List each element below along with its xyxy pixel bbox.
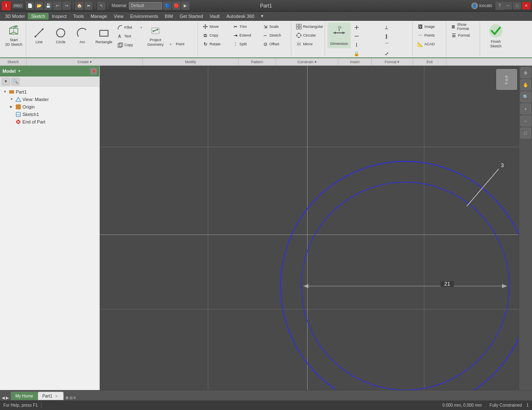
split-button[interactable]: ⋮ Split bbox=[230, 40, 259, 48]
view-cube[interactable]: TOP bbox=[496, 69, 517, 90]
view-master-label: View: Master bbox=[22, 97, 49, 102]
line-button[interactable]: Line bbox=[29, 22, 49, 48]
modify-copy-button[interactable]: ⧉ Copy bbox=[200, 31, 229, 40]
constrain7-button[interactable]: ⌒ bbox=[382, 41, 411, 49]
view-zoom-button[interactable]: 🔍 bbox=[520, 91, 531, 102]
svg-rect-14 bbox=[118, 44, 121, 47]
fillet-button[interactable]: Fillet ▾ bbox=[115, 23, 144, 32]
menu-vault[interactable]: Vault bbox=[206, 13, 223, 20]
format-button[interactable]: ☰ Format bbox=[449, 31, 478, 40]
start-2d-sketch-button[interactable]: 2D Start2D Sketch bbox=[3, 22, 24, 48]
constrain6-button[interactable]: ∥ bbox=[382, 32, 411, 40]
extend-button[interactable]: ⇥ Extend bbox=[230, 31, 259, 40]
tab-my-home[interactable]: My Home bbox=[11, 392, 38, 400]
tree-item-sketch1[interactable]: ▶ Sketch1 bbox=[2, 111, 98, 118]
rectangle-button[interactable]: Rectangle bbox=[94, 22, 114, 48]
tab-minus-button[interactable]: ⊖ bbox=[69, 395, 73, 400]
image-button[interactable]: 🖼 Image bbox=[415, 22, 444, 31]
constrain3-button[interactable] bbox=[352, 41, 381, 49]
constrain1-button[interactable] bbox=[352, 23, 381, 32]
tree-item-end-of-part[interactable]: ▶ End of Part bbox=[2, 118, 98, 126]
extend-label: Extend bbox=[239, 33, 251, 37]
menu-getstarted[interactable]: Get Started bbox=[176, 13, 206, 20]
tb-home[interactable]: 🏠 bbox=[75, 2, 84, 10]
move-button[interactable]: Move bbox=[200, 22, 229, 31]
constraint-status: Fully Constrained bbox=[490, 403, 522, 408]
tb-visual2[interactable]: 🔴 bbox=[172, 2, 180, 10]
view-zoomout-button[interactable]: − bbox=[520, 116, 531, 126]
expand-origin[interactable]: ▶ bbox=[10, 105, 14, 109]
finish-sketch-button[interactable]: FinishSketch bbox=[483, 22, 509, 48]
offset-button[interactable]: ⊙ Offset bbox=[260, 40, 289, 48]
menu-extras[interactable]: ▾ bbox=[258, 12, 267, 20]
tb-more[interactable]: ▶ bbox=[181, 2, 190, 10]
tb-open[interactable]: 📂 bbox=[35, 2, 43, 10]
menu-view[interactable]: View bbox=[111, 13, 127, 20]
menu-manage[interactable]: Manage bbox=[87, 13, 111, 20]
point-button[interactable]: + Point bbox=[167, 40, 196, 48]
view-fit-button[interactable]: □ bbox=[520, 128, 531, 138]
constrain5-button[interactable]: ⊥ bbox=[382, 23, 411, 32]
restore-button[interactable]: □ bbox=[513, 2, 521, 10]
trim-button[interactable]: ✂ Trim bbox=[230, 22, 259, 31]
acad-button[interactable]: 📐 ACAD bbox=[415, 40, 444, 48]
project-geometry-icon bbox=[150, 25, 161, 37]
tree-item-origin[interactable]: ▶ Origin bbox=[2, 103, 98, 111]
start-sketch-icon: 2D bbox=[8, 25, 20, 37]
view-zoomin-button[interactable]: + bbox=[520, 104, 531, 114]
sidebar-search-button[interactable]: 🔍 bbox=[11, 78, 20, 85]
sidebar-filter-button[interactable]: ▼ bbox=[2, 78, 10, 85]
constrain2-button[interactable] bbox=[352, 32, 381, 40]
arc-button[interactable]: Arc bbox=[72, 22, 93, 48]
menu-autodesk360[interactable]: Autodesk 360 bbox=[223, 13, 258, 20]
menu-tools[interactable]: Tools bbox=[70, 13, 87, 20]
mirror-button[interactable]: Mirror bbox=[294, 40, 323, 48]
material-dropdown[interactable]: Default bbox=[129, 2, 162, 10]
show-format-button[interactable]: ≣ Show Format bbox=[449, 22, 478, 31]
tree-item-view-master[interactable]: ▼ View: Master bbox=[2, 96, 98, 103]
expand-view[interactable]: ▼ bbox=[10, 97, 14, 101]
rotate-button[interactable]: ↻ Rotate bbox=[200, 40, 229, 48]
expand-part1[interactable]: ▼ bbox=[3, 90, 7, 94]
tab-scroll-right[interactable]: ▶ bbox=[6, 395, 9, 400]
circular-button[interactable]: Circular bbox=[294, 31, 323, 40]
circle-button[interactable]: Circle bbox=[50, 22, 71, 48]
tree-item-part1[interactable]: ▼ Part1 bbox=[2, 88, 98, 96]
copy-button[interactable]: Copy bbox=[115, 41, 144, 49]
sidebar-pin-button[interactable]: 📌 bbox=[90, 68, 97, 74]
project-geometry-button[interactable]: ProjectGeometry bbox=[145, 22, 166, 48]
tb-visual[interactable]: 🔵 bbox=[163, 2, 171, 10]
menu-inspect[interactable]: Inspect bbox=[49, 13, 70, 20]
menu-sketch[interactable]: Sketch bbox=[28, 13, 49, 20]
text-button[interactable]: A Text bbox=[115, 32, 144, 40]
view-pan-button[interactable]: ✋ bbox=[520, 79, 531, 90]
menu-bim[interactable]: BIM bbox=[162, 13, 177, 20]
rectangular-button[interactable]: Rectangular bbox=[294, 22, 323, 31]
tb-cursor[interactable]: ↖ bbox=[97, 2, 106, 10]
tb-return[interactable]: ⬅ bbox=[84, 2, 93, 10]
viewport[interactable]: 21 3 Z X TOP ⊕ ✋ 🔍 + bbox=[100, 66, 532, 390]
tb-undo[interactable]: ↩ bbox=[53, 2, 62, 10]
tab-part1[interactable]: Part1 ✕ bbox=[38, 392, 64, 400]
tb-redo[interactable]: ↪ bbox=[62, 2, 71, 10]
tb-save[interactable]: 💾 bbox=[44, 2, 52, 10]
view-orbit-button[interactable]: ⊕ bbox=[520, 67, 531, 78]
tb-help[interactable]: ? bbox=[495, 2, 504, 10]
menu-3dmodel[interactable]: 3D Model bbox=[2, 13, 28, 20]
scale-button[interactable]: ⇲ Scale bbox=[260, 22, 289, 31]
constrain4-button[interactable]: 🔒 bbox=[352, 49, 381, 58]
tab-add-button[interactable]: ⊕ bbox=[65, 395, 69, 400]
title-toolbar: 📄 📂 💾 ↩ ↪ 🏠 ⬅ ↖ Material Default 🔵 🔴 ▶ bbox=[26, 2, 471, 10]
dimension-button[interactable]: 21 Dimension bbox=[328, 22, 351, 48]
minimize-button[interactable]: ─ bbox=[504, 2, 512, 10]
points-button[interactable]: ⋯ Points bbox=[415, 31, 444, 40]
tab-scroll-left[interactable]: ◀ bbox=[2, 395, 5, 400]
tab-menu-button[interactable]: ≡ bbox=[74, 395, 76, 400]
constrain8-button[interactable]: ⤢ bbox=[382, 49, 411, 58]
origin-icon bbox=[15, 104, 21, 110]
tb-new[interactable]: 📄 bbox=[26, 2, 34, 10]
menu-environments[interactable]: Environments bbox=[127, 13, 161, 20]
stretch-button[interactable]: ↔ Stretch bbox=[260, 31, 289, 40]
tab-part1-close[interactable]: ✕ bbox=[54, 394, 59, 399]
close-button[interactable]: ✕ bbox=[522, 2, 530, 10]
